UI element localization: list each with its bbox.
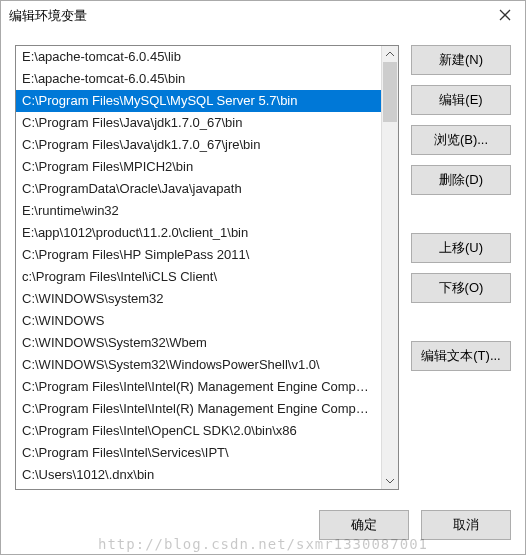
scroll-down-arrow[interactable] [382, 473, 398, 489]
button-gap [411, 313, 511, 331]
list-item[interactable]: C:\Program Files\Java\jdk1.7.0_67\jre\bi… [16, 134, 381, 156]
path-listbox[interactable]: E:\apache-tomcat-6.0.45\libE:\apache-tom… [15, 45, 399, 490]
action-buttons: 新建(N) 编辑(E) 浏览(B)... 删除(D) 上移(U) 下移(O) 编… [411, 45, 511, 498]
edit-text-button[interactable]: 编辑文本(T)... [411, 341, 511, 371]
list-item[interactable]: E:\apache-tomcat-6.0.45\bin [16, 68, 381, 90]
dialog-footer: 确定 取消 [1, 498, 525, 554]
content-area: E:\apache-tomcat-6.0.45\libE:\apache-tom… [1, 31, 525, 498]
close-icon [499, 9, 511, 21]
list-item[interactable]: C:\Program Files\Intel\Intel(R) Manageme… [16, 398, 381, 420]
delete-button[interactable]: 删除(D) [411, 165, 511, 195]
list-item[interactable]: C:\WINDOWS [16, 310, 381, 332]
list-item[interactable]: C:\WINDOWS\System32\Wbem [16, 332, 381, 354]
list-item[interactable]: C:\Users\1012\.dnx\bin [16, 464, 381, 486]
edit-button[interactable]: 编辑(E) [411, 85, 511, 115]
list-item[interactable]: E:\app\1012\product\11.2.0\client_1\bin [16, 222, 381, 244]
list-item[interactable]: C:\Program Files\Intel\Services\IPT\ [16, 442, 381, 464]
scrollbar-thumb[interactable] [383, 62, 397, 122]
list-item[interactable]: C:\Program Files\MPICH2\bin [16, 156, 381, 178]
scrollbar[interactable] [381, 46, 398, 489]
list-item[interactable]: c:\Program Files\Intel\iCLS Client\ [16, 266, 381, 288]
new-button[interactable]: 新建(N) [411, 45, 511, 75]
list-item[interactable]: C:\WINDOWS\system32 [16, 288, 381, 310]
close-button[interactable] [493, 9, 517, 24]
list-item[interactable]: E:\apache-tomcat-6.0.45\lib [16, 46, 381, 68]
list-item[interactable]: C:\Program Files\Java\jdk1.7.0_67\bin [16, 112, 381, 134]
scroll-up-arrow[interactable] [382, 46, 398, 62]
list-item[interactable]: C:\Program Files\MySQL\MySQL Server 5.7\… [16, 90, 381, 112]
move-up-button[interactable]: 上移(U) [411, 233, 511, 263]
dialog-title: 编辑环境变量 [9, 7, 493, 25]
chevron-down-icon [386, 478, 394, 484]
titlebar: 编辑环境变量 [1, 1, 525, 31]
list-item[interactable]: C:\Program Files\HP SimplePass 2011\ [16, 244, 381, 266]
list-item[interactable]: C:\Program Files\Intel\OpenCL SDK\2.0\bi… [16, 420, 381, 442]
list-item[interactable]: C:\Program Files\Intel\Intel(R) Manageme… [16, 376, 381, 398]
button-gap [411, 205, 511, 223]
dialog: 编辑环境变量 E:\apache-tomcat-6.0.45\libE:\apa… [0, 0, 526, 555]
list-item[interactable]: E:\runtime\win32 [16, 200, 381, 222]
ok-button[interactable]: 确定 [319, 510, 409, 540]
browse-button[interactable]: 浏览(B)... [411, 125, 511, 155]
move-down-button[interactable]: 下移(O) [411, 273, 511, 303]
list-item[interactable]: C:\Program Files\Microsoft DNX\Dnvm\ [16, 486, 381, 489]
chevron-up-icon [386, 51, 394, 57]
path-list: E:\apache-tomcat-6.0.45\libE:\apache-tom… [16, 46, 381, 489]
cancel-button[interactable]: 取消 [421, 510, 511, 540]
list-item[interactable]: C:\WINDOWS\System32\WindowsPowerShell\v1… [16, 354, 381, 376]
list-item[interactable]: C:\ProgramData\Oracle\Java\javapath [16, 178, 381, 200]
